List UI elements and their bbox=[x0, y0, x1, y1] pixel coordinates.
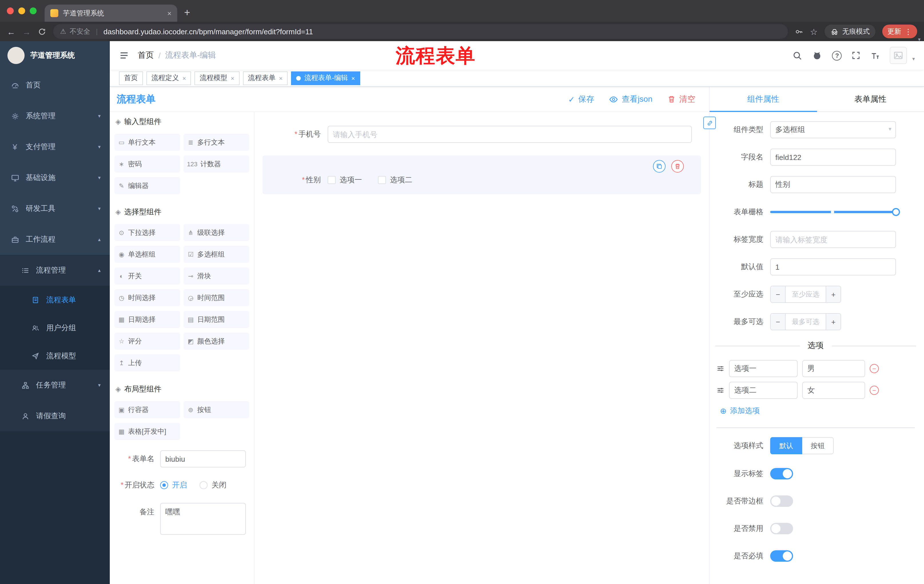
tab-close-icon[interactable]: × bbox=[167, 9, 172, 17]
palette-item-select[interactable]: ⊙下拉选择 bbox=[114, 224, 180, 241]
option-value-input[interactable] bbox=[802, 360, 865, 377]
default-value-input[interactable] bbox=[770, 258, 896, 275]
palette-item-radio-group[interactable]: ◉单选框组 bbox=[114, 246, 180, 263]
palette-item-color-picker[interactable]: ◩颜色选择 bbox=[183, 332, 249, 350]
palette-item-time-range[interactable]: ◶时间范围 bbox=[183, 289, 249, 306]
option-name-input[interactable] bbox=[729, 382, 798, 399]
sidebar-item-payment[interactable]: ¥ 支付管理 ▾ bbox=[0, 132, 110, 162]
palette-item-single-text[interactable]: ▭单行文本 bbox=[114, 134, 180, 151]
browser-tab[interactable]: 芋道管理系统 × bbox=[45, 5, 177, 22]
tag-process-form[interactable]: 流程表单 × bbox=[243, 71, 288, 85]
palette-item-counter[interactable]: 123计数器 bbox=[183, 155, 249, 173]
sidebar-item-devtools[interactable]: 研发工具 ▾ bbox=[0, 193, 110, 224]
canvas-field-phone[interactable]: *手机号 bbox=[262, 119, 701, 150]
fullscreen-icon[interactable] bbox=[852, 51, 861, 60]
palette-item-password[interactable]: ∗密码 bbox=[114, 155, 180, 173]
font-size-icon[interactable] bbox=[871, 51, 880, 60]
drag-handle-icon[interactable] bbox=[716, 365, 724, 373]
sidebar-item-user-groups[interactable]: 用户分组 bbox=[0, 314, 110, 342]
address-bar[interactable]: ⚠ 不安全 | dashboard.yudao.iocoder.cn/bpm/m… bbox=[53, 24, 788, 39]
sidebar-item-task-mgmt[interactable]: 任务管理 ▾ bbox=[0, 370, 110, 401]
sidebar-item-home[interactable]: 首页 bbox=[0, 70, 110, 100]
canvas-field-gender[interactable]: *性别 选项一 选项二 bbox=[262, 155, 701, 194]
view-json-button[interactable]: 查看json bbox=[609, 94, 652, 104]
add-option-link[interactable]: ⊕ 添加选项 bbox=[720, 406, 916, 416]
increase-button[interactable]: + bbox=[826, 286, 840, 302]
delete-widget-button[interactable] bbox=[671, 160, 684, 173]
phone-input[interactable] bbox=[328, 126, 692, 143]
border-toggle[interactable] bbox=[770, 495, 793, 507]
palette-item-checkbox-group[interactable]: ☑多选框组 bbox=[183, 246, 249, 263]
required-toggle[interactable] bbox=[770, 550, 793, 562]
github-icon[interactable] bbox=[812, 50, 823, 61]
sidebar-item-infra[interactable]: 基础设施 ▾ bbox=[0, 162, 110, 193]
form-canvas[interactable]: *手机号 bbox=[254, 112, 709, 584]
clear-button[interactable]: 清空 bbox=[667, 94, 695, 104]
palette-item-time-picker[interactable]: ◷时间选择 bbox=[114, 289, 180, 306]
reload-button[interactable] bbox=[38, 27, 46, 36]
palette-item-slider[interactable]: ⊸滑块 bbox=[183, 267, 249, 285]
avatar-caret-icon[interactable]: ▾ bbox=[912, 56, 915, 64]
slider-track[interactable] bbox=[770, 211, 896, 213]
increase-button[interactable]: + bbox=[826, 314, 840, 330]
tab-component-props[interactable]: 组件属性 bbox=[710, 87, 817, 112]
form-name-input[interactable] bbox=[160, 450, 246, 467]
sidebar-item-workflow[interactable]: 工作流程 ▴ bbox=[0, 224, 110, 255]
save-button[interactable]: ✓ 保存 bbox=[568, 94, 594, 104]
tag-close-icon[interactable]: × bbox=[351, 74, 355, 81]
palette-item-upload[interactable]: ↥上传 bbox=[114, 354, 180, 372]
hamburger-icon[interactable] bbox=[119, 50, 129, 61]
style-default-button[interactable]: 默认 bbox=[770, 437, 802, 454]
style-button-button[interactable]: 按钮 bbox=[802, 437, 834, 454]
tag-close-icon[interactable]: × bbox=[182, 74, 186, 81]
checkbox-option-1[interactable]: 选项一 bbox=[328, 175, 362, 185]
field-name-input[interactable] bbox=[770, 148, 896, 166]
grid-slider[interactable] bbox=[770, 204, 896, 220]
palette-item-table[interactable]: ▦表格[开发中] bbox=[114, 423, 180, 440]
component-type-select[interactable]: ▾ bbox=[770, 121, 896, 138]
show-label-toggle[interactable] bbox=[770, 468, 793, 479]
tag-close-icon[interactable]: × bbox=[279, 74, 283, 81]
checkbox-box[interactable] bbox=[328, 176, 336, 184]
min-select-input[interactable] bbox=[785, 286, 826, 302]
remove-option-button[interactable]: − bbox=[870, 364, 879, 373]
search-icon[interactable] bbox=[793, 51, 802, 60]
component-type-value[interactable] bbox=[770, 121, 896, 138]
palette-item-button[interactable]: ⊚按钮 bbox=[183, 401, 249, 418]
title-input[interactable] bbox=[770, 176, 896, 193]
sidebar-item-system[interactable]: 系统管理 ▾ bbox=[0, 100, 110, 132]
bookmark-star-icon[interactable]: ☆ bbox=[810, 27, 818, 36]
checkbox-box[interactable] bbox=[378, 176, 386, 184]
tag-process-model[interactable]: 流程模型 × bbox=[195, 71, 239, 85]
close-window-button[interactable] bbox=[7, 7, 14, 14]
palette-item-row-container[interactable]: ▣行容器 bbox=[114, 401, 180, 418]
forward-button[interactable]: → bbox=[22, 27, 31, 36]
disabled-toggle[interactable] bbox=[770, 523, 793, 534]
status-on-radio[interactable]: 开启 bbox=[160, 480, 187, 490]
remove-option-button[interactable]: − bbox=[870, 386, 879, 395]
option-value-input[interactable] bbox=[802, 382, 865, 399]
palette-item-cascader[interactable]: ⋔级联选择 bbox=[183, 224, 249, 241]
maximize-window-button[interactable] bbox=[30, 7, 36, 14]
tag-close-icon[interactable]: × bbox=[231, 74, 234, 81]
sidebar-item-leave-query[interactable]: 请假查询 bbox=[0, 401, 110, 431]
remark-textarea[interactable]: 嘿嘿 bbox=[160, 503, 246, 535]
palette-item-editor[interactable]: ✎编辑器 bbox=[114, 177, 180, 194]
sidebar-item-process-mgmt[interactable]: 流程管理 ▴ bbox=[0, 255, 110, 286]
sidebar-item-process-model[interactable]: 流程模型 bbox=[0, 342, 110, 370]
minimize-window-button[interactable] bbox=[18, 7, 25, 14]
sidebar-item-process-form[interactable]: 流程表单 bbox=[0, 286, 110, 314]
drag-handle-icon[interactable] bbox=[716, 386, 724, 394]
copy-widget-button[interactable] bbox=[653, 160, 665, 173]
label-width-input[interactable] bbox=[770, 231, 896, 248]
help-icon[interactable]: ? bbox=[832, 51, 842, 60]
palette-item-rate[interactable]: ☆评分 bbox=[114, 332, 180, 350]
decrease-button[interactable]: − bbox=[771, 314, 785, 330]
palette-item-multi-text[interactable]: ≣多行文本 bbox=[183, 134, 249, 151]
avatar[interactable] bbox=[890, 47, 907, 64]
decrease-button[interactable]: − bbox=[771, 286, 785, 302]
back-button[interactable]: ← bbox=[7, 27, 15, 36]
link-button[interactable] bbox=[703, 117, 716, 129]
status-off-radio[interactable]: 关闭 bbox=[200, 480, 226, 490]
update-button[interactable]: 更新 ⋮ bbox=[882, 25, 917, 38]
